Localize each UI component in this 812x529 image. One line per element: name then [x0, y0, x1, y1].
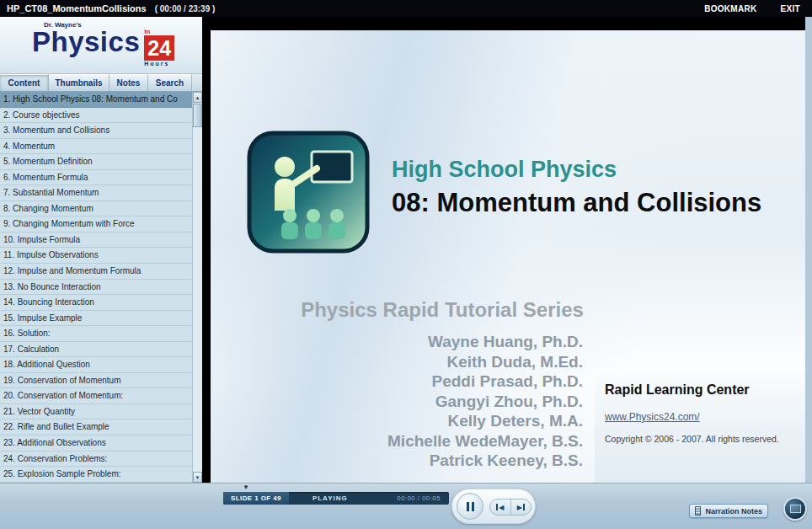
- logo-24-badge: 24: [144, 35, 174, 61]
- logo-hours: Hours: [144, 61, 174, 67]
- toc-item[interactable]: 7. Substantial Momentum: [0, 185, 192, 201]
- toc-item[interactable]: 3. Momentum and Collisions: [0, 123, 192, 139]
- toc-item[interactable]: 8. Changing Momentum: [0, 201, 192, 217]
- org-name: Rapid Learning Center: [605, 382, 797, 398]
- pause-icon: [467, 502, 469, 511]
- author-line: Patrick Keeney, B.S.: [329, 451, 583, 471]
- toc-item[interactable]: 10. Impulse Formula: [0, 232, 192, 248]
- previous-icon: ◀: [499, 504, 504, 511]
- logo-area: Dr. Wayne's Physics In 24 Hours: [0, 17, 202, 74]
- sidebar: Dr. Wayne's Physics In 24 Hours Content …: [0, 17, 202, 483]
- toc-list: 1. High School Physics 08: Momentum and …: [0, 92, 192, 483]
- toc-item[interactable]: 6. Momentum Formula: [0, 170, 192, 186]
- toc-item[interactable]: 16. Solution:: [0, 326, 192, 342]
- transport-controls: ◀ ▶: [451, 489, 536, 524]
- authors-list: Wayne Huang, Ph.D. Keith Duda, M.Ed. Ped…: [329, 332, 583, 471]
- total-time: ( 00:00 / 23:39 ): [155, 4, 216, 13]
- website-link[interactable]: www.Physics24.com/: [605, 411, 700, 423]
- series-title: Physics Rapid Tutorial Series: [291, 298, 594, 322]
- toc-item[interactable]: 9. Changing Momentum with Force: [0, 216, 192, 232]
- slide-category: High School Physics: [392, 157, 617, 183]
- toc-item[interactable]: 25. Explosion Sample Problem:: [0, 467, 192, 483]
- slide-footer-panel: Rapid Learning Center www.Physics24.com/…: [595, 369, 805, 483]
- toc-item[interactable]: 4. Momentum: [0, 139, 192, 155]
- author-line: Kelly Deters, M.A.: [329, 411, 583, 431]
- previous-slide-button[interactable]: ◀: [490, 500, 511, 515]
- player-control-bar: ▼ SLIDE 1 OF 49 PLAYING 00:00 / 00:05 ◀ …: [0, 483, 812, 529]
- slide-indicator: SLIDE 1 OF 49: [223, 492, 289, 505]
- sidebar-tabs: Content Thumbnails Notes Search: [0, 74, 202, 92]
- tab-search[interactable]: Search: [148, 74, 192, 91]
- teacher-presentation-icon: [246, 130, 371, 254]
- tab-filler: [192, 74, 202, 91]
- playback-status: PLAYING: [313, 494, 348, 502]
- seek-marker-icon[interactable]: ▼: [243, 484, 249, 491]
- toc-item[interactable]: 17. Calculation: [0, 342, 192, 358]
- toc-item[interactable]: 11. Impulse Observations: [0, 248, 192, 264]
- narration-notes-label: Narration Notes: [705, 507, 762, 516]
- next-bar-icon: [523, 504, 525, 510]
- copyright-text: Copyright © 2006 - 2007. All rights rese…: [605, 434, 797, 444]
- pause-button[interactable]: [457, 493, 483, 520]
- logo-in: In: [144, 29, 174, 35]
- toc-item[interactable]: 13. No Bounce Interaction: [0, 280, 192, 296]
- slide-stage: High School Physics 08: Momentum and Col…: [202, 17, 805, 483]
- narration-notes-button[interactable]: Narration Notes: [689, 504, 768, 518]
- tab-thumbnails[interactable]: Thumbnails: [49, 74, 110, 91]
- toc-item[interactable]: 5. Momentum Definition: [0, 154, 192, 170]
- monitor-icon: [790, 505, 801, 513]
- author-line: Peddi Prasad, Ph.D.: [329, 371, 583, 392]
- display-toggle-button[interactable]: [783, 497, 807, 521]
- author-line: Keith Duda, M.Ed.: [329, 352, 583, 372]
- toc-item[interactable]: 19. Conservation of Momentum: [0, 373, 192, 389]
- author-line: Gangyi Zhou, Ph.D.: [329, 392, 583, 412]
- pause-icon: [472, 502, 474, 511]
- physics24-logo: Dr. Wayne's Physics In 24 Hours: [32, 21, 174, 67]
- toc-item[interactable]: 14. Bouncing Interaction: [0, 295, 192, 311]
- toc-item[interactable]: 24. Conservation Problems:: [0, 452, 192, 468]
- toc-item[interactable]: 18. Additional Question: [0, 357, 192, 373]
- scrollbar-thumb[interactable]: [193, 104, 202, 127]
- player-window: HP_CT08_MomentumCollisions ( 00:00 / 23:…: [0, 0, 812, 529]
- author-line: Wayne Huang, Ph.D.: [329, 332, 583, 352]
- window-title: HP_CT08_MomentumCollisions: [7, 3, 147, 13]
- top-bar: HP_CT08_MomentumCollisions ( 00:00 / 23:…: [0, 0, 812, 17]
- bookmark-button[interactable]: BOOKMARK: [704, 4, 756, 13]
- playback-status-bar: SLIDE 1 OF 49 PLAYING 00:00 / 00:05: [223, 492, 449, 505]
- slide-time: 00:00 / 00:05: [397, 494, 449, 502]
- slide-title: 08: Momentum and Collisions: [392, 188, 761, 218]
- toc-item[interactable]: 1. High School Physics 08: Momentum and …: [0, 92, 192, 108]
- step-buttons: ◀ ▶: [489, 499, 532, 516]
- tab-content[interactable]: Content: [0, 74, 49, 91]
- toc-item[interactable]: 20. Conservation of Momentum:: [0, 388, 192, 404]
- toc-item[interactable]: 2. Course objectives: [0, 108, 192, 124]
- author-line: Michelle WedeMayer, B.S.: [329, 431, 583, 452]
- scroll-up-icon[interactable]: ▲: [193, 92, 202, 103]
- document-icon: [695, 506, 701, 516]
- toc-item[interactable]: 12. Impulse and Momentum Formula: [0, 264, 192, 280]
- next-icon: ▶: [517, 504, 522, 511]
- toc-item[interactable]: 22. Rifle and Bullet Example: [0, 419, 192, 435]
- toc-item[interactable]: 23. Additional Observations: [0, 435, 192, 452]
- logo-brand: Physics: [32, 29, 140, 56]
- exit-button[interactable]: EXIT: [781, 4, 800, 13]
- previous-bar-icon: [496, 504, 498, 510]
- next-slide-button[interactable]: ▶: [511, 500, 532, 515]
- scroll-down-icon[interactable]: ▼: [193, 472, 202, 483]
- tab-notes[interactable]: Notes: [110, 74, 148, 91]
- slide: High School Physics 08: Momentum and Col…: [211, 30, 805, 483]
- toc-item[interactable]: 21. Vector Quantity: [0, 404, 192, 420]
- toc-item[interactable]: 15. Impulse Example: [0, 311, 192, 327]
- toc-scrollbar[interactable]: ▲ ▼: [192, 92, 202, 483]
- top-bar-actions: BOOKMARK EXIT: [704, 4, 800, 13]
